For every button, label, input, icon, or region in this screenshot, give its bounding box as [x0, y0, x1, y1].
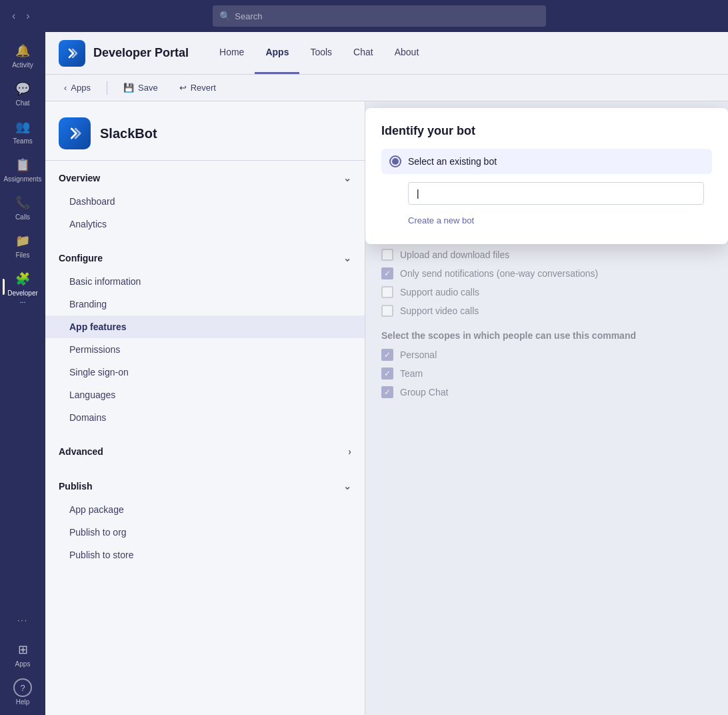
sidebar-label-files: Files — [15, 251, 29, 259]
files-icon: 📁 — [13, 231, 32, 250]
nav-basic-info[interactable]: Basic information — [45, 270, 365, 293]
bot-search-input-row — [381, 177, 712, 210]
nav-tools[interactable]: Tools — [299, 32, 343, 74]
bot-search-input[interactable] — [408, 182, 704, 205]
sidebar-label-activity: Activity — [12, 61, 33, 69]
advanced-label: Advanced — [59, 446, 103, 457]
save-label: Save — [138, 83, 158, 93]
sidebar-item-more[interactable]: ··· — [3, 607, 43, 634]
nav-analytics[interactable]: Analytics — [45, 213, 365, 235]
nav-home[interactable]: Home — [209, 32, 255, 74]
sidebar-item-apps[interactable]: ⊞ Apps — [3, 636, 43, 672]
nav-permissions[interactable]: Permissions — [45, 338, 365, 361]
revert-label: Revert — [191, 83, 216, 93]
nav-dashboard[interactable]: Dashboard — [45, 190, 365, 213]
search-bar: 🔍 — [213, 5, 546, 27]
right-panel: ‹ Bot Bots are conversational apps that … — [365, 101, 728, 715]
toolbar-divider-1 — [107, 81, 107, 95]
nav-section-advanced: Advanced › — [45, 434, 365, 469]
sidebar-label-help: Help — [16, 698, 30, 706]
search-icon: 🔍 — [219, 11, 231, 21]
overview-header[interactable]: Overview ⌄ — [45, 166, 365, 190]
sidebar-item-files[interactable]: 📁 Files — [3, 227, 43, 263]
advanced-chevron: › — [348, 446, 351, 457]
sidebar-label-teams: Teams — [13, 137, 32, 145]
nav-section-publish: Publish ⌄ App package Publish to org Pub… — [45, 469, 365, 572]
apps-icon: ⊞ — [13, 640, 32, 659]
slackbot-logo — [59, 117, 91, 149]
sidebar-label-assignments: Assignments — [3, 175, 41, 183]
nav-section-overview: Overview ⌄ Dashboard Analytics — [45, 161, 365, 241]
nav-arrows: ‹ › — [8, 7, 34, 25]
app-info-header: SlackBot — [45, 101, 365, 161]
configure-chevron: ⌄ — [343, 253, 351, 263]
radio-existing-bot[interactable]: Select an existing bot — [381, 149, 712, 174]
publish-label: Publish — [59, 481, 93, 492]
overview-label: Overview — [59, 173, 100, 183]
back-arrow[interactable]: ‹ — [8, 7, 19, 25]
sidebar-label-calls: Calls — [15, 213, 30, 221]
nav-about[interactable]: About — [384, 32, 430, 74]
calls-icon: 📞 — [13, 193, 32, 212]
sidebar-label-chat: Chat — [15, 99, 29, 107]
sidebar-item-calls[interactable]: 📞 Calls — [3, 189, 43, 225]
nav-apps[interactable]: Apps — [255, 32, 299, 74]
toolbar: ‹ Apps 💾 Save ↩ Revert — [45, 75, 728, 101]
modal-title: Identify your bot — [381, 124, 712, 138]
advanced-header[interactable]: Advanced › — [45, 440, 365, 464]
nav-app-features[interactable]: App features — [45, 315, 365, 338]
sidebar-item-help[interactable]: ? Help — [3, 674, 43, 710]
sidebar-label-developer: Developer ... — [5, 289, 40, 304]
main-layout: 🔔 Activity 💬 Chat 👥 Teams 📋 Assignments … — [0, 32, 728, 715]
nav-sso[interactable]: Single sign-on — [45, 361, 365, 384]
sidebar-item-teams[interactable]: 👥 Teams — [3, 113, 43, 149]
create-new-bot-link[interactable]: Create a new bot — [381, 210, 712, 228]
nav-branding[interactable]: Branding — [45, 293, 365, 315]
back-icon: ‹ — [64, 83, 67, 93]
activity-icon: 🔔 — [13, 41, 32, 60]
app-nav: Home Apps Tools Chat About — [209, 32, 429, 74]
app-header: Developer Portal Home Apps Tools Chat Ab… — [45, 32, 728, 75]
developer-icon: 🧩 — [13, 269, 32, 288]
configure-label: Configure — [59, 253, 103, 263]
assignments-icon: 📋 — [13, 155, 32, 174]
revert-button[interactable]: ↩ Revert — [174, 80, 221, 95]
app-title: Developer Portal — [93, 46, 189, 60]
nav-chat[interactable]: Chat — [343, 32, 384, 74]
app-logo — [59, 40, 85, 67]
sidebar-item-developer[interactable]: 🧩 Developer ... — [3, 265, 43, 308]
top-bar: ‹ › 🔍 — [0, 0, 728, 32]
configure-header[interactable]: Configure ⌄ — [45, 246, 365, 270]
nav-publish-org[interactable]: Publish to org — [45, 521, 365, 544]
back-to-apps-button[interactable]: ‹ Apps — [59, 80, 96, 95]
modal-overlay: Identify your bot Select an existing bot… — [365, 101, 728, 715]
content-area: SlackBot Overview ⌄ Dashboard Analytics … — [45, 101, 728, 715]
left-panel: SlackBot Overview ⌄ Dashboard Analytics … — [45, 101, 365, 715]
sidebar: 🔔 Activity 💬 Chat 👥 Teams 📋 Assignments … — [0, 32, 45, 715]
forward-arrow[interactable]: › — [22, 7, 33, 25]
nav-domains[interactable]: Domains — [45, 406, 365, 429]
identify-bot-modal: Identify your bot Select an existing bot… — [365, 108, 728, 244]
teams-icon: 👥 — [13, 117, 32, 136]
publish-header[interactable]: Publish ⌄ — [45, 474, 365, 498]
nav-languages[interactable]: Languages — [45, 384, 365, 406]
search-input[interactable] — [235, 11, 539, 21]
overview-chevron: ⌄ — [343, 173, 351, 183]
more-icon: ··· — [13, 611, 32, 630]
back-to-apps-label: Apps — [71, 83, 91, 93]
radio-existing-label: Select an existing bot — [408, 156, 497, 167]
chat-icon: 💬 — [13, 79, 32, 98]
save-icon: 💾 — [123, 83, 134, 93]
nav-publish-store[interactable]: Publish to store — [45, 544, 365, 566]
nav-app-package[interactable]: App package — [45, 498, 365, 521]
revert-icon: ↩ — [179, 83, 187, 93]
radio-existing-indicator — [389, 155, 401, 167]
sidebar-item-chat[interactable]: 💬 Chat — [3, 75, 43, 111]
help-icon: ? — [13, 678, 32, 697]
sidebar-label-apps: Apps — [15, 660, 31, 668]
sidebar-item-activity[interactable]: 🔔 Activity — [3, 37, 43, 73]
sidebar-item-assignments[interactable]: 📋 Assignments — [3, 151, 43, 187]
save-button[interactable]: 💾 Save — [118, 80, 163, 95]
publish-chevron: ⌄ — [343, 481, 351, 492]
nav-section-configure: Configure ⌄ Basic information Branding A… — [45, 241, 365, 434]
